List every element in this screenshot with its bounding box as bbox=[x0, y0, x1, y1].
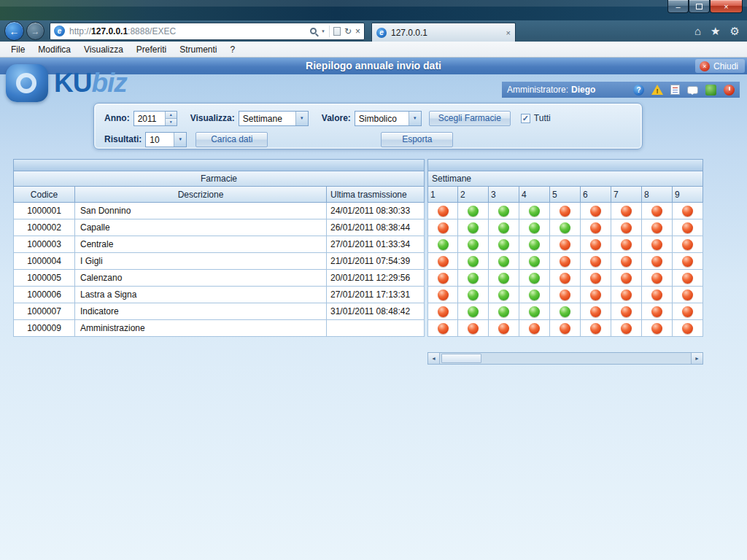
menu-item-0[interactable]: File bbox=[4, 44, 31, 55]
visualizza-select[interactable]: Settimane ▼ bbox=[239, 111, 309, 126]
scegli-farmacie-button[interactable]: Scegli Farmacie bbox=[429, 111, 511, 126]
week-status-cell bbox=[673, 253, 703, 270]
tab-title: 127.0.0.1 bbox=[391, 28, 502, 38]
filter-panel: Anno: 2011 ▲ ▼ Visualizza: Settimane ▼ V… bbox=[93, 103, 643, 149]
menu-item-3[interactable]: Preferiti bbox=[130, 44, 173, 55]
tab-close-icon[interactable]: × bbox=[506, 28, 511, 37]
divider bbox=[329, 26, 330, 37]
visualizza-value: Settimane bbox=[239, 112, 295, 125]
minimize-button[interactable]: – bbox=[667, 0, 689, 13]
url-prefix: http:// bbox=[69, 26, 91, 36]
farmacia-row[interactable]: 1000001San Donnino24/01/2011 08:30:33 bbox=[13, 203, 425, 219]
chiudi-button[interactable]: × Chiudi bbox=[695, 59, 745, 73]
week-column-header-1: 1 bbox=[427, 187, 458, 203]
week-status-cell bbox=[489, 320, 519, 337]
menu-bar: FileModificaVisualizzaPreferitiStrumenti… bbox=[0, 42, 747, 58]
power-icon[interactable] bbox=[724, 85, 735, 96]
status-dot-red bbox=[438, 256, 449, 267]
farmacia-row[interactable]: 1000003Centrale27/01/2011 01:33:34 bbox=[13, 236, 425, 253]
compatibility-view-icon[interactable] bbox=[333, 27, 341, 36]
status-dot-green bbox=[468, 289, 479, 300]
chevron-down-icon[interactable]: ▼ bbox=[409, 112, 421, 125]
status-dot-red bbox=[560, 256, 570, 267]
status-dot-green bbox=[468, 306, 479, 317]
carica-dati-button[interactable]: Carica dati bbox=[196, 132, 268, 147]
scrollbar-thumb[interactable] bbox=[441, 354, 481, 363]
cell-descrizione: Calenzano bbox=[75, 270, 327, 287]
week-status-cell bbox=[642, 320, 673, 337]
filter-row-2: Risultati: 10 ▼ Carica dati Esporta bbox=[104, 131, 633, 147]
week-status-cell bbox=[611, 219, 642, 236]
scroll-right-arrow[interactable]: ► bbox=[691, 353, 703, 364]
messages-icon[interactable] bbox=[687, 86, 698, 94]
settings-gear-icon[interactable]: ⚙ bbox=[730, 25, 740, 38]
week-status-cell bbox=[611, 303, 642, 320]
users-icon[interactable] bbox=[705, 85, 716, 96]
esporta-button[interactable]: Esporta bbox=[381, 132, 453, 147]
chevron-down-icon[interactable]: ▼ bbox=[174, 133, 186, 147]
week-status-cell bbox=[550, 270, 581, 287]
week-status-row bbox=[427, 303, 703, 320]
browser-tab[interactable]: e 127.0.0.1 × bbox=[371, 23, 516, 42]
menu-item-5[interactable]: ? bbox=[224, 44, 242, 55]
status-dot-red bbox=[560, 273, 570, 284]
home-icon[interactable]: ⌂ bbox=[694, 25, 701, 37]
back-button[interactable]: ← bbox=[4, 21, 24, 41]
refresh-icon[interactable]: ↻ bbox=[344, 26, 352, 36]
week-status-cell bbox=[458, 219, 489, 236]
farmacia-row[interactable]: 1000006Lastra a Signa27/01/2011 17:13:31 bbox=[13, 287, 425, 303]
farmacia-row[interactable]: 1000002Capalle26/01/2011 08:38:44 bbox=[13, 219, 425, 236]
status-dot-red bbox=[590, 256, 601, 267]
tutti-checkbox[interactable]: ✓ bbox=[521, 114, 530, 123]
week-status-cell bbox=[427, 303, 458, 320]
week-status-cell bbox=[581, 219, 611, 236]
anno-input[interactable]: 2011 ▲ ▼ bbox=[133, 111, 177, 126]
report-icon[interactable] bbox=[670, 85, 680, 95]
url-text[interactable]: http://127.0.0.1:8888/EXEC bbox=[65, 26, 310, 36]
status-dot-green bbox=[529, 206, 540, 217]
risultati-select[interactable]: 10 ▼ bbox=[145, 132, 187, 147]
week-column-header-6: 6 bbox=[581, 187, 611, 203]
address-bar[interactable]: e http://127.0.0.1:8888/EXEC ▼ ↻ × bbox=[50, 23, 365, 40]
week-status-cell bbox=[458, 320, 489, 337]
status-dot-red bbox=[621, 289, 632, 300]
week-status-cell bbox=[611, 287, 642, 303]
week-status-cell bbox=[489, 270, 519, 287]
favorites-star-icon[interactable]: ★ bbox=[711, 25, 720, 38]
menu-item-4[interactable]: Strumenti bbox=[173, 44, 223, 55]
status-dot-red bbox=[682, 323, 693, 334]
search-dropdown-icon[interactable]: ▼ bbox=[321, 29, 325, 34]
anno-value[interactable]: 2011 bbox=[134, 112, 165, 125]
page-content: Riepilogo annuale invio dati × Chiudi KU… bbox=[0, 58, 747, 560]
scroll-left-arrow[interactable]: ◄ bbox=[428, 353, 440, 364]
maximize-button[interactable] bbox=[689, 0, 710, 13]
horizontal-scrollbar[interactable]: ◄ ► bbox=[427, 352, 703, 365]
spin-up-icon[interactable]: ▲ bbox=[166, 112, 177, 118]
window-titlebar[interactable]: – × bbox=[0, 0, 747, 20]
warning-icon[interactable]: ! bbox=[651, 85, 663, 95]
status-dot-red bbox=[651, 206, 662, 217]
farmacia-row[interactable]: 1000007Indicatore31/01/2011 08:48:42 bbox=[13, 303, 425, 320]
forward-button[interactable]: → bbox=[26, 22, 44, 40]
farmacie-group-header: Farmacie bbox=[13, 171, 425, 187]
valore-select[interactable]: Simbolico ▼ bbox=[355, 111, 422, 126]
farmacia-row[interactable]: 1000005Calenzano20/01/2011 12:29:56 bbox=[13, 270, 425, 287]
menu-item-1[interactable]: Modifica bbox=[31, 44, 77, 55]
farmacia-row[interactable]: 1000004I Gigli21/01/2011 07:54:39 bbox=[13, 253, 425, 270]
status-dot-red bbox=[651, 239, 662, 250]
week-status-cell bbox=[427, 203, 458, 219]
spin-down-icon[interactable]: ▼ bbox=[166, 118, 177, 125]
address-favicon-icon: e bbox=[54, 26, 65, 36]
menu-item-2[interactable]: Visualizza bbox=[77, 44, 130, 55]
help-icon[interactable]: ? bbox=[633, 85, 644, 96]
close-window-button[interactable]: × bbox=[710, 0, 743, 13]
weeks-rows bbox=[427, 203, 703, 337]
chiudi-label: Chiudi bbox=[713, 61, 738, 71]
farmacia-row[interactable]: 1000009Amministrazione bbox=[13, 320, 425, 337]
search-icon[interactable] bbox=[310, 28, 317, 34]
chevron-down-icon[interactable]: ▼ bbox=[295, 112, 308, 125]
scrollbar-track[interactable] bbox=[481, 353, 691, 364]
valore-label: Valore: bbox=[322, 113, 351, 123]
week-status-cell bbox=[611, 320, 642, 337]
stop-icon[interactable]: × bbox=[355, 26, 360, 36]
